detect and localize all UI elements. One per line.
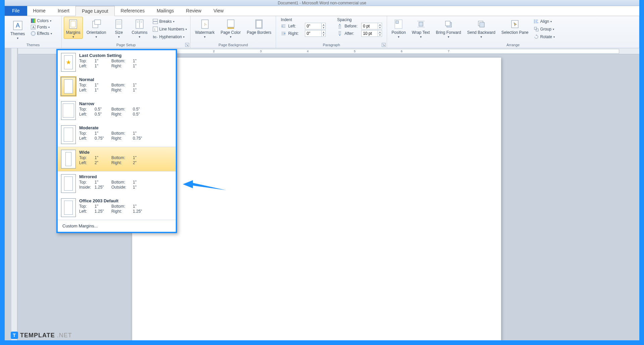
margin-thumb-icon <box>61 174 76 193</box>
wrap-text-button[interactable]: Wrap Text▼ <box>410 17 432 39</box>
svg-rect-29 <box>419 22 423 26</box>
position-icon <box>393 18 404 30</box>
watermark-button[interactable]: A Watermark▼ <box>193 17 217 39</box>
svg-text:1: 1 <box>154 28 156 31</box>
ribbon: A Themes ▼ Colors▾ AFonts▾ Effects▾ Them… <box>5 16 639 48</box>
send-backward-button[interactable]: Send Backward▼ <box>465 17 498 39</box>
selection-pane-icon <box>509 18 521 30</box>
indent-right-input[interactable]: ▲▼ <box>305 30 326 37</box>
margins-icon <box>67 18 79 30</box>
tab-references[interactable]: References <box>115 6 151 16</box>
spacing-before-icon <box>337 23 342 29</box>
ruler-tick: 3 <box>260 50 262 53</box>
ruler-tick: 4 <box>307 50 309 53</box>
indent-heading: Indent <box>281 17 326 22</box>
colors-icon <box>31 18 36 23</box>
tab-view[interactable]: View <box>207 6 229 16</box>
bring-forward-icon <box>443 18 454 30</box>
group-label-page-background: Page Background <box>193 42 274 48</box>
margin-option-narrow[interactable]: NarrowTop:0.5"Bottom:0.5"Left:0.5"Right:… <box>58 98 176 123</box>
svg-rect-17 <box>153 22 158 24</box>
ruler-tick: 2 <box>213 50 215 53</box>
paragraph-launcher[interactable]: ↘ <box>382 43 386 47</box>
margin-option-title: Wide <box>79 150 172 155</box>
margin-option-title: Last Custom Setting <box>79 53 172 58</box>
svg-rect-35 <box>534 27 537 29</box>
themes-button[interactable]: A Themes ▼ <box>8 18 27 40</box>
group-label-page-setup: Page Setup <box>64 42 188 48</box>
svg-rect-6 <box>116 20 122 28</box>
document-page[interactable] <box>132 58 501 340</box>
template-net-watermark: T TEMPLATE.NET <box>11 332 72 339</box>
arrow-annotation <box>183 177 230 198</box>
margins-button[interactable]: Margins▼ <box>64 17 83 39</box>
svg-rect-5 <box>95 20 101 24</box>
selection-pane-button[interactable]: Selection Pane <box>499 17 531 35</box>
tab-insert[interactable]: Insert <box>52 6 75 16</box>
columns-button[interactable]: Columns▼ <box>129 17 150 39</box>
page-setup-launcher[interactable]: ↘ <box>185 43 189 47</box>
page-color-button[interactable]: Page Color▼ <box>218 17 243 39</box>
page-borders-icon <box>253 18 265 30</box>
spacing-after-input[interactable]: ▲▼ <box>361 30 382 37</box>
margin-option-office-2003-default[interactable]: Office 2003 DefaultTop:1"Bottom:1"Left:1… <box>58 196 176 220</box>
indent-right-icon <box>281 31 286 36</box>
spacing-heading: Spacing <box>337 17 382 22</box>
svg-rect-33 <box>480 22 484 27</box>
margin-option-title: Moderate <box>79 125 172 130</box>
margin-thumb-icon <box>61 101 76 120</box>
theme-effects-button[interactable]: Effects▾ <box>30 31 53 36</box>
indent-left-input[interactable]: ▲▼ <box>305 23 326 29</box>
breaks-button[interactable]: Breaks▾ <box>151 18 189 25</box>
margin-thumb-icon <box>61 53 76 72</box>
window-title: Document1 - Microsoft Word non-commercia… <box>278 1 366 5</box>
svg-text:bc-: bc- <box>153 35 158 39</box>
spacing-after-icon <box>337 31 342 36</box>
margin-option-mirrored[interactable]: MirroredTop:1"Bottom:1"Inside:1.25"Outsi… <box>58 171 176 196</box>
size-icon <box>113 18 124 30</box>
watermark-icon: A <box>199 18 211 30</box>
file-tab[interactable]: File <box>5 6 27 16</box>
ruler-tick: 5 <box>354 50 356 53</box>
orientation-icon <box>91 18 102 30</box>
margin-option-moderate[interactable]: ModerateTop:1"Bottom:1"Left:0.75"Right:0… <box>58 123 176 147</box>
ruler-tick: 6 <box>401 50 402 53</box>
svg-rect-23 <box>227 20 234 27</box>
custom-margins-item[interactable]: Custom Margins... <box>58 220 176 232</box>
margin-option-title: Narrow <box>79 101 172 106</box>
hyphenation-button[interactable]: bc-Hyphenation▾ <box>151 33 189 40</box>
size-button[interactable]: Size▼ <box>110 17 128 39</box>
orientation-button[interactable]: Orientation▼ <box>84 17 109 39</box>
align-button[interactable]: Align▾ <box>532 18 556 25</box>
template-logo-icon: T <box>11 332 18 339</box>
group-icon <box>534 26 539 32</box>
tab-review[interactable]: Review <box>180 6 208 16</box>
margin-thumb-icon <box>61 150 76 168</box>
spacing-before-input[interactable]: ▲▼ <box>361 23 382 29</box>
tab-mailings[interactable]: Mailings <box>151 6 180 16</box>
breaks-icon <box>153 19 158 24</box>
tab-home[interactable]: Home <box>27 6 52 16</box>
margin-option-last-custom-setting[interactable]: Last Custom SettingTop:1"Bottom:1"Left:1… <box>58 50 176 74</box>
line-numbers-button[interactable]: 1Line Numbers▾ <box>151 26 189 32</box>
theme-colors-button[interactable]: Colors▾ <box>30 18 53 23</box>
margin-option-normal[interactable]: NormalTop:1"Bottom:1"Left:1"Right:1" <box>58 74 176 98</box>
group-label-arrange: Arrange <box>389 42 637 48</box>
rotate-button[interactable]: Rotate▾ <box>532 33 556 40</box>
margin-option-wide[interactable]: WideTop:1"Bottom:1"Left:2"Right:2" <box>58 147 176 171</box>
margin-option-title: Normal <box>79 77 172 82</box>
page-borders-button[interactable]: Page Borders <box>245 17 274 35</box>
bring-forward-button[interactable]: Bring Forward▼ <box>433 17 463 39</box>
rotate-icon <box>534 34 539 40</box>
theme-fonts-button[interactable]: AFonts▾ <box>30 24 53 30</box>
vertical-ruler <box>11 48 17 340</box>
tab-page-layout[interactable]: Page Layout <box>75 6 115 16</box>
svg-text:A: A <box>16 22 20 29</box>
ruler-tick: 7 <box>448 50 449 53</box>
position-button[interactable]: Position▼ <box>389 17 408 39</box>
margin-option-title: Office 2003 Default <box>79 198 172 203</box>
wrap-text-icon <box>415 18 427 30</box>
titlebar: Document1 - Microsoft Word non-commercia… <box>5 0 639 6</box>
svg-rect-36 <box>536 29 538 31</box>
group-button[interactable]: Group▾ <box>532 26 556 32</box>
